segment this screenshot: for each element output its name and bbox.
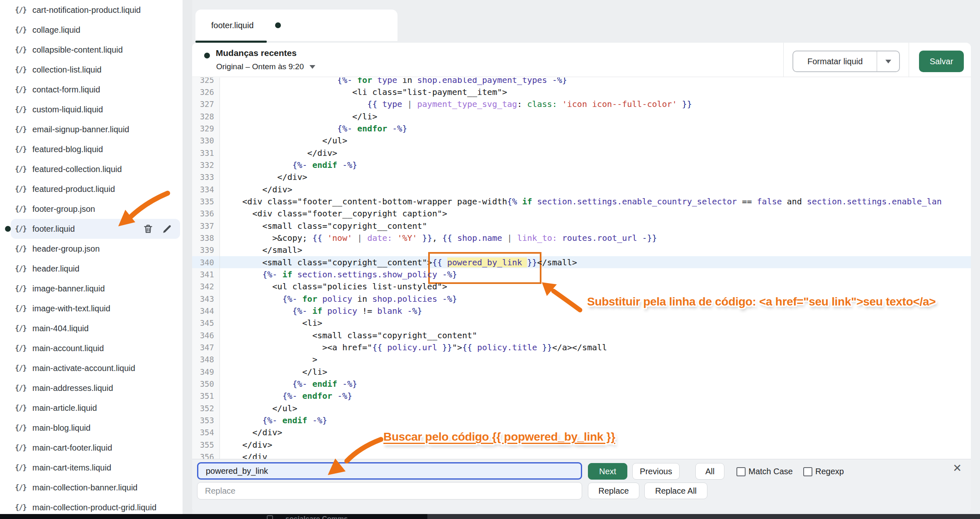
code-line-353[interactable]: 353{%- endif -%}: [192, 414, 971, 426]
line-number: 348: [192, 354, 219, 366]
code-line-335[interactable]: 335<div class="footer__content-bottom-wr…: [192, 195, 971, 207]
sidebar-item-cart-notification-product-liquid[interactable]: {/}cart-notification-product.liquid: [0, 0, 183, 20]
sidebar-item-footer-group-json[interactable]: {/}footer-group.json: [0, 199, 183, 219]
code-line-329[interactable]: 329{%- endfor -%}: [192, 122, 971, 134]
sidebar-item-header-liquid[interactable]: {/}header.liquid: [0, 259, 183, 279]
code-text: {%- for type in shop.enabled_payment_typ…: [219, 78, 567, 85]
code-text: <ul class="policies list-unstyled">: [219, 281, 447, 291]
code-text: >&copy; {{ 'now' | date: '%Y' }}, {{ sho…: [219, 233, 657, 243]
line-number: 336: [192, 208, 219, 220]
code-line-327[interactable]: 327{{ type | payment_type_svg_tag: class…: [192, 98, 971, 110]
regexp-checkbox[interactable]: Regexp: [803, 467, 844, 476]
code-text: <small class="copyright__content": [219, 221, 427, 231]
code-line-347[interactable]: 347><a href="{{ policy.url }}">{{ policy…: [192, 341, 971, 353]
line-number: 326: [192, 86, 219, 98]
sidebar-item-main-404-liquid[interactable]: {/}main-404.liquid: [0, 318, 183, 338]
close-icon[interactable]: ✕: [953, 463, 962, 473]
version-dropdown[interactable]: Original – Ontem às 9:20: [216, 62, 315, 71]
code-line-348[interactable]: 348>: [192, 354, 971, 366]
code-line-337[interactable]: 337<small class="copyright__content": [192, 220, 971, 232]
sidebar-item-contact-form-liquid[interactable]: {/}contact-form.liquid: [0, 80, 183, 99]
code-line-331[interactable]: 331</div>: [192, 147, 971, 159]
code-line-325[interactable]: 325{%- for type in shop.enabled_payment_…: [192, 78, 971, 86]
sidebar-item-main-article-liquid[interactable]: {/}main-article.liquid: [0, 398, 183, 418]
file-name: main-cart-footer.liquid: [32, 443, 112, 453]
format-liquid-button[interactable]: Formatar liquid: [793, 51, 877, 71]
code-line-328[interactable]: 328</li>: [192, 110, 971, 122]
sidebar-scroll-gutter[interactable]: [183, 0, 192, 519]
liquid-file-icon: {/}: [15, 284, 32, 293]
code-line-351[interactable]: 351{%- endfor -%}: [192, 390, 971, 402]
code-line-338[interactable]: 338>&copy; {{ 'now' | date: '%Y' }}, {{ …: [192, 232, 971, 244]
background-window-strip: socialcare Comms: [0, 514, 980, 519]
header-divider: [909, 43, 909, 77]
unsaved-changes-dot: [275, 22, 281, 28]
replace-all-button[interactable]: Replace All: [644, 483, 707, 499]
file-name: collage.liquid: [32, 25, 80, 35]
file-name: collection-list.liquid: [32, 65, 102, 75]
file-name: featured-collection.liquid: [32, 165, 122, 174]
code-text: <small class="copyright__content": [219, 330, 477, 340]
match-case-label: Match Case: [748, 467, 793, 476]
code-text: <small class="copyright__content">{{ pow…: [219, 257, 577, 267]
trash-icon[interactable]: [143, 223, 154, 234]
code-line-330[interactable]: 330</ul>: [192, 135, 971, 147]
sidebar-item-collapsible-content-liquid[interactable]: {/}collapsible-content.liquid: [0, 40, 183, 60]
code-line-345[interactable]: 345<li>: [192, 317, 971, 329]
sidebar-item-collage-liquid[interactable]: {/}collage.liquid: [0, 20, 183, 40]
format-liquid-split-button[interactable]: Formatar liquid: [792, 51, 900, 72]
file-name: main-activate-account.liquid: [32, 364, 135, 373]
tab-footer-liquid[interactable]: footer.liquid: [195, 10, 397, 41]
all-button[interactable]: All: [695, 463, 724, 480]
sidebar-item-custom-liquid-liquid[interactable]: {/}custom-liquid.liquid: [0, 99, 183, 119]
sidebar-item-image-with-text-liquid[interactable]: {/}image-with-text.liquid: [0, 298, 183, 318]
sidebar-item-image-banner-liquid[interactable]: {/}image-banner.liquid: [0, 279, 183, 298]
pencil-icon[interactable]: [162, 223, 173, 234]
sidebar-item-main-cart-items-liquid[interactable]: {/}main-cart-items.liquid: [0, 458, 183, 478]
code-line-340[interactable]: 340<small class="copyright__content">{{ …: [192, 256, 971, 268]
sidebar-item-main-collection-banner-liquid[interactable]: {/}main-collection-banner.liquid: [0, 478, 183, 497]
sidebar-item-featured-collection-liquid[interactable]: {/}featured-collection.liquid: [0, 159, 183, 179]
code-line-341[interactable]: 341{%- if section.settings.show_policy -…: [192, 268, 971, 280]
code-line-332[interactable]: 332{%- endif -%}: [192, 159, 971, 171]
format-options-caret[interactable]: [877, 51, 899, 71]
liquid-file-icon: {/}: [15, 205, 32, 213]
sidebar-item-collection-list-liquid[interactable]: {/}collection-list.liquid: [0, 60, 183, 80]
liquid-file-icon: {/}: [15, 65, 32, 74]
sidebar-item-main-addresses-liquid[interactable]: {/}main-addresses.liquid: [0, 378, 183, 398]
search-input[interactable]: [197, 462, 582, 480]
code-line-346[interactable]: 346<small class="copyright__content": [192, 329, 971, 341]
sidebar-item-email-signup-banner-liquid[interactable]: {/}email-signup-banner.liquid: [0, 119, 183, 139]
previous-button[interactable]: Previous: [632, 463, 680, 480]
replace-button[interactable]: Replace: [588, 483, 639, 499]
sidebar-item-main-cart-footer-liquid[interactable]: {/}main-cart-footer.liquid: [0, 438, 183, 458]
replace-input[interactable]: [197, 482, 582, 500]
match-case-checkbox[interactable]: Match Case: [736, 467, 793, 476]
code-line-326[interactable]: 326<li class="list-payment__item">: [192, 86, 971, 98]
sidebar-item-main-blog-liquid[interactable]: {/}main-blog.liquid: [0, 418, 183, 438]
file-name: collapsible-content.liquid: [32, 45, 123, 55]
code-line-342[interactable]: 342<ul class="policies list-unstyled">: [192, 281, 971, 293]
code-line-336[interactable]: 336<div class="footer__copyright caption…: [192, 208, 971, 220]
code-line-349[interactable]: 349</li>: [192, 366, 971, 378]
sidebar-item-main-account-liquid[interactable]: {/}main-account.liquid: [0, 338, 183, 358]
code-line-339[interactable]: 339</small>: [192, 244, 971, 256]
editor-header: Mudanças recentes Original – Ontem às 9:…: [192, 43, 971, 77]
liquid-file-icon: {/}: [15, 125, 32, 133]
save-button[interactable]: Salvar: [919, 51, 964, 72]
sidebar-item-footer-liquid[interactable]: {/}footer.liquid: [11, 219, 180, 239]
line-number: 340: [192, 256, 219, 268]
sidebar-item-header-group-json[interactable]: {/}header-group.json: [0, 239, 183, 259]
line-number: 337: [192, 220, 219, 232]
code-line-352[interactable]: 352</ul>: [192, 402, 971, 414]
sidebar-item-featured-product-liquid[interactable]: {/}featured-product.liquid: [0, 179, 183, 199]
code-line-333[interactable]: 333</div>: [192, 171, 971, 183]
code-line-350[interactable]: 350{%- endif -%}: [192, 378, 971, 390]
sidebar-item-featured-blog-liquid[interactable]: {/}featured-blog.liquid: [0, 139, 183, 159]
sidebar-item-main-activate-account-liquid[interactable]: {/}main-activate-account.liquid: [0, 358, 183, 378]
code-line-334[interactable]: 334</div>: [192, 183, 971, 195]
code-text: </ul>: [219, 403, 297, 413]
next-button[interactable]: Next: [588, 463, 627, 480]
current-file-dot: [5, 226, 11, 232]
line-number: 345: [192, 317, 219, 329]
